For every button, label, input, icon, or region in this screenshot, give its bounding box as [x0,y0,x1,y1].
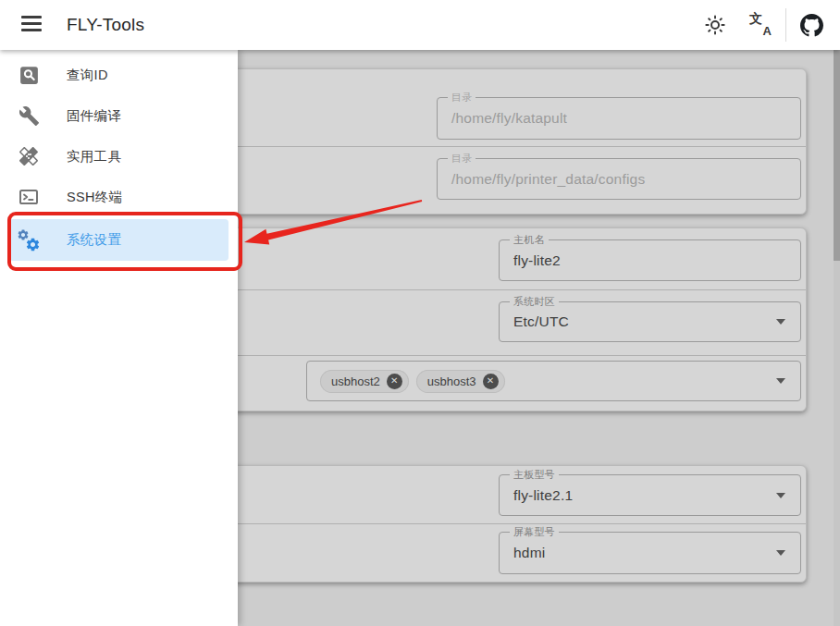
field-value: fly-lite2.1 [513,487,573,504]
sidebar-item-query-id[interactable]: 查询ID [0,55,238,95]
sidebar: 查询ID 固件编译 实用工具 SSH终端 [0,50,238,626]
id-search-icon [17,63,41,87]
card-hardware: 主板型号 fly-lite2.1 屏幕型号 hdmi [167,465,807,583]
terminal-icon [17,185,41,209]
sidebar-item-ssh-terminal[interactable]: SSH终端 [0,177,238,217]
row-divider [167,355,806,356]
katapult-dir-field[interactable]: 目录 /home/fly/katapult [437,97,801,140]
field-value: fly-lite2 [513,252,561,269]
field-value: /home/fly/printer_data/configs [451,171,645,188]
translate-icon[interactable]: 文 A [745,9,776,41]
row-divider [167,289,806,290]
app-bar: FLY-Tools 文 A [0,0,840,50]
timezone-select[interactable]: 系统时区 Etc/UTC [499,301,801,342]
menu-icon[interactable] [21,16,42,32]
field-label: 主板型号 [510,468,559,482]
healing-icon [17,144,41,168]
chip-close-icon[interactable]: ✕ [483,374,499,389]
sidebar-item-label: 系统设置 [67,231,121,249]
chip-close-icon[interactable]: ✕ [387,374,402,389]
field-label: 系统时区 [510,295,559,309]
wrench-icon [17,104,41,128]
card-system: 主机名 fly-lite2 系统时区 Etc/UTC usbhost2 ✕ us… [167,227,807,411]
usbhost-chip[interactable]: usbhost2 ✕ [320,370,409,393]
field-label: 主机名 [510,233,549,247]
github-icon[interactable] [796,9,827,41]
field-value: hdmi [513,545,545,561]
field-value: Etc/UTC [513,313,569,330]
scrollbar-thumb[interactable] [834,50,840,261]
config-dir-field[interactable]: 目录 /home/fly/printer_data/configs [437,158,801,200]
field-value: /home/fly/katapult [451,110,567,127]
sidebar-item-label: 查询ID [67,67,108,84]
sidebar-item-system-settings[interactable]: 系统设置 [0,219,238,261]
field-label: 目录 [448,91,476,104]
sidebar-item-label: 实用工具 [67,148,121,166]
field-label: 目录 [448,152,476,166]
brightness-icon[interactable] [699,9,731,41]
chevron-down-icon [776,550,785,556]
sidebar-item-label: 固件编译 [67,107,121,125]
chevron-down-icon [776,319,785,325]
field-label: 屏幕型号 [510,525,559,539]
gears-icon [17,228,41,252]
chip-row: usbhost2 ✕ usbhost3 ✕ [320,370,505,393]
card-directories: 目录 /home/fly/katapult 目录 /home/fly/print… [167,68,807,215]
sidebar-item-firmware-build[interactable]: 固件编译 [0,95,238,136]
screen-model-select[interactable]: 屏幕型号 hdmi [499,532,801,574]
sidebar-item-utilities[interactable]: 实用工具 [0,136,238,177]
app-title: FLY-Tools [67,0,144,50]
toolbar-divider [785,8,786,42]
chevron-down-icon [776,378,785,384]
sidebar-item-label: SSH终端 [67,189,122,206]
board-model-select[interactable]: 主板型号 fly-lite2.1 [499,474,801,516]
row-divider [167,523,806,524]
row-divider [167,146,806,147]
usbhost-multiselect[interactable]: usbhost2 ✕ usbhost3 ✕ [306,361,801,401]
hostname-field[interactable]: 主机名 fly-lite2 [499,239,801,281]
chip-label: usbhost2 [331,374,380,388]
scrollbar-track[interactable] [834,50,840,626]
usbhost-chip[interactable]: usbhost3 ✕ [416,370,505,393]
chevron-down-icon [776,493,785,498]
chip-label: usbhost3 [427,374,476,388]
